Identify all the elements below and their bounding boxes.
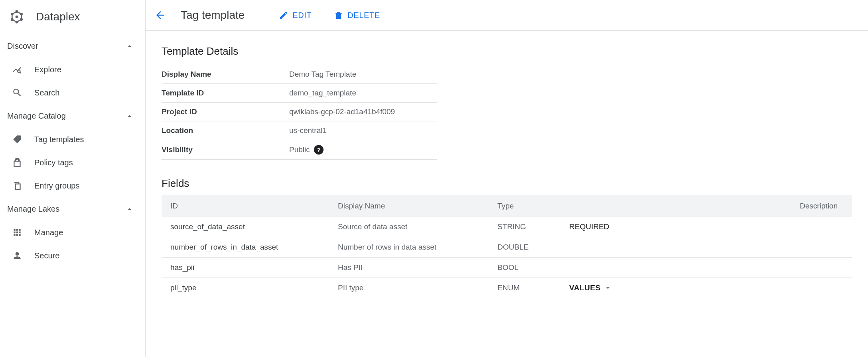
delete-label: DELETE — [347, 11, 380, 20]
nav-section-discover[interactable]: Discover — [0, 34, 145, 58]
chevron-down-icon — [604, 284, 612, 292]
edit-label: EDIT — [292, 11, 312, 20]
details-row: Location us-central1 — [162, 121, 437, 140]
nav-item-label: Search — [34, 88, 59, 97]
tag-icon — [12, 134, 22, 145]
person-icon — [12, 250, 22, 261]
field-type: ENUM — [489, 278, 560, 298]
details-row: Display Name Demo Tag Template — [162, 65, 437, 84]
help-icon[interactable]: ? — [314, 145, 324, 155]
nav-section-label: Manage Catalog — [7, 111, 66, 121]
details-value: us-central1 — [289, 121, 437, 140]
field-desc — [640, 258, 852, 278]
nav-item-entry-groups[interactable]: Entry groups — [0, 174, 145, 197]
search-icon — [12, 87, 22, 98]
field-id: has_pii — [162, 258, 329, 278]
nav-item-policy-tags[interactable]: Policy tags — [0, 151, 145, 174]
nav-item-secure[interactable]: Secure — [0, 244, 145, 267]
chevron-up-icon — [125, 42, 134, 51]
lock-icon — [12, 157, 22, 168]
details-label: Template ID — [162, 84, 289, 103]
values-dropdown[interactable]: VALUES — [569, 284, 612, 292]
chevron-up-icon — [125, 205, 134, 214]
product-title: Dataplex — [36, 10, 80, 23]
field-row: has_pii Has PII BOOL — [162, 258, 852, 278]
nav-item-label: Manage — [34, 228, 63, 237]
nav-section-manage-lakes[interactable]: Manage Lakes — [0, 197, 145, 221]
back-button[interactable] — [154, 9, 166, 21]
details-label: Visibility — [162, 140, 289, 160]
fields-heading: Fields — [162, 177, 852, 190]
field-name: Source of data asset — [329, 217, 489, 237]
nav-item-label: Secure — [34, 251, 59, 260]
field-desc — [640, 278, 852, 298]
details-value: qwiklabs-gcp-02-ad1a41b4f009 — [289, 103, 437, 121]
page-title: Tag template — [181, 9, 245, 22]
nav-section-manage-catalog[interactable]: Manage Catalog — [0, 104, 145, 128]
field-extra: VALUES — [560, 278, 640, 298]
nav-section-label: Discover — [7, 42, 38, 51]
fields-header-row: ID Display Name Type Description — [162, 195, 852, 217]
field-desc — [640, 237, 852, 258]
chevron-up-icon — [125, 112, 134, 121]
details-row: Visibility Public? — [162, 140, 437, 160]
sidebar: Dataplex Discover Explore SearchManage C… — [0, 0, 146, 357]
col-type: Type — [489, 195, 560, 217]
nav-item-tag-templates[interactable]: Tag templates — [0, 128, 145, 151]
nav-item-label: Tag templates — [34, 135, 84, 144]
fields-table: ID Display Name Type Description source_… — [162, 195, 852, 298]
field-desc — [640, 217, 852, 237]
field-extra: REQUIRED — [560, 217, 640, 237]
main: Tag template EDIT DELETE Template Detail… — [146, 0, 868, 357]
topbar: Tag template EDIT DELETE — [146, 0, 868, 31]
field-id: pii_type — [162, 278, 329, 298]
product-header[interactable]: Dataplex — [0, 3, 145, 34]
field-name: Has PII — [329, 258, 489, 278]
nav-item-manage[interactable]: Manage — [0, 221, 145, 244]
field-type: DOUBLE — [489, 237, 560, 258]
apps-icon — [12, 227, 22, 238]
dataplex-icon — [9, 9, 25, 25]
nav-item-label: Explore — [34, 65, 61, 74]
col-extra — [560, 195, 640, 217]
edit-button[interactable]: EDIT — [275, 8, 316, 22]
delete-icon — [334, 10, 343, 20]
field-id: source_of_data_asset — [162, 217, 329, 237]
col-id: ID — [162, 195, 329, 217]
template-details-heading: Template Details — [162, 45, 852, 58]
content-area: Template Details Display Name Demo Tag T… — [146, 31, 868, 357]
field-row: pii_type PII type ENUM VALUES — [162, 278, 852, 298]
field-row: source_of_data_asset Source of data asse… — [162, 217, 852, 237]
details-value: Public? — [289, 140, 437, 160]
field-row: number_of_rows_in_data_asset Number of r… — [162, 237, 852, 258]
values-label: VALUES — [569, 284, 601, 292]
details-label: Location — [162, 121, 289, 140]
copy-icon — [12, 180, 22, 191]
field-id: number_of_rows_in_data_asset — [162, 237, 329, 258]
template-details-table: Display Name Demo Tag TemplateTemplate I… — [162, 65, 437, 160]
field-type: BOOL — [489, 258, 560, 278]
field-name: PII type — [329, 278, 489, 298]
nav-item-explore[interactable]: Explore — [0, 58, 145, 81]
nav-item-label: Policy tags — [34, 158, 73, 167]
nav-item-label: Entry groups — [34, 181, 79, 190]
details-label: Display Name — [162, 65, 289, 84]
delete-button[interactable]: DELETE — [330, 8, 384, 22]
details-label: Project ID — [162, 103, 289, 121]
explore-icon — [12, 64, 22, 75]
field-extra — [560, 258, 640, 278]
details-row: Project ID qwiklabs-gcp-02-ad1a41b4f009 — [162, 103, 437, 121]
col-name: Display Name — [329, 195, 489, 217]
details-row: Template ID demo_tag_template — [162, 84, 437, 103]
nav-section-label: Manage Lakes — [7, 204, 59, 214]
edit-icon — [279, 10, 288, 20]
back-arrow-icon — [154, 9, 166, 21]
field-extra — [560, 237, 640, 258]
field-name: Number of rows in data asset — [329, 237, 489, 258]
col-desc: Description — [640, 195, 852, 217]
field-type: STRING — [489, 217, 560, 237]
details-value: Demo Tag Template — [289, 65, 437, 84]
nav-item-search[interactable]: Search — [0, 81, 145, 104]
details-value: demo_tag_template — [289, 84, 437, 103]
